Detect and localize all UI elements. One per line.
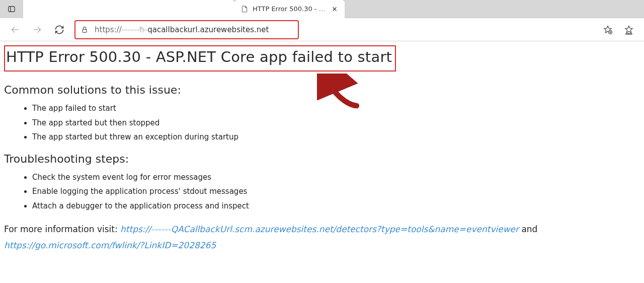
- back-icon: [10, 25, 20, 35]
- tab-close-button[interactable]: [330, 4, 340, 14]
- favorites-button[interactable]: [598, 21, 618, 39]
- favorite-add-icon: [603, 25, 613, 35]
- svg-marker-11: [625, 26, 632, 32]
- refresh-button[interactable]: [49, 21, 69, 39]
- collections-icon: [624, 25, 634, 35]
- svg-rect-6: [83, 29, 87, 32]
- more-info-paragraph: For more information visit: https://----…: [4, 221, 644, 254]
- browser-toolbar: https://------h-qacallbackurl.azurewebsi…: [0, 18, 644, 41]
- lock-icon: [80, 26, 89, 34]
- troubleshooting-list: Check the system event log for error mes…: [32, 170, 644, 214]
- address-url: https://------h-qacallbackurl.azurewebsi…: [95, 25, 269, 34]
- common-solutions-list: The app failed to start The app started …: [32, 101, 644, 145]
- list-item: Enable logging the application process' …: [32, 184, 644, 199]
- troubleshooting-heading: Troubleshooting steps:: [4, 153, 644, 165]
- collections-button[interactable]: [619, 21, 639, 39]
- page-title: HTTP Error 500.30 - ASP.NET Core app fai…: [6, 48, 392, 65]
- page-content: HTTP Error 500.30 - ASP.NET Core app fai…: [0, 41, 644, 254]
- refresh-icon: [54, 25, 64, 35]
- site-info-button[interactable]: [77, 23, 92, 37]
- back-button[interactable]: [5, 21, 25, 39]
- diagnostics-link[interactable]: https://------QACallbackUrl.scm.azureweb…: [120, 224, 519, 234]
- list-item: The app started but then stopped: [32, 116, 644, 130]
- tab-strip: HTTP Error 500.30 - …: [0, 0, 644, 18]
- common-solutions-heading: Common solutions to this issue:: [4, 84, 644, 96]
- forward-icon: [32, 25, 42, 35]
- tab-actions-button[interactable]: [0, 0, 23, 18]
- close-icon: [331, 6, 338, 13]
- annotation-heading-highlight: HTTP Error 500.30 - ASP.NET Core app fai…: [4, 45, 396, 72]
- and-text: and: [521, 224, 537, 234]
- tab-blank[interactable]: [23, 0, 234, 18]
- tab-title-active: HTTP Error 500.30 - …: [253, 5, 326, 13]
- more-info-text: For more information visit:: [4, 224, 120, 234]
- list-item: The app failed to start: [32, 101, 644, 116]
- list-item: Check the system event log for error mes…: [32, 170, 644, 185]
- page-icon: [240, 5, 249, 13]
- list-item: Attach a debugger to the application pro…: [32, 199, 644, 214]
- address-bar[interactable]: https://------h-qacallbackurl.azurewebsi…: [74, 21, 593, 38]
- svg-rect-0: [9, 6, 15, 12]
- docs-link[interactable]: https://go.microsoft.com/fwlink/?LinkID=…: [4, 240, 216, 250]
- tab-manager-icon: [7, 5, 16, 14]
- forward-button[interactable]: [27, 21, 47, 39]
- tab-active[interactable]: HTTP Error 500.30 - …: [234, 0, 345, 18]
- list-item: The app started but threw an exception d…: [32, 130, 644, 145]
